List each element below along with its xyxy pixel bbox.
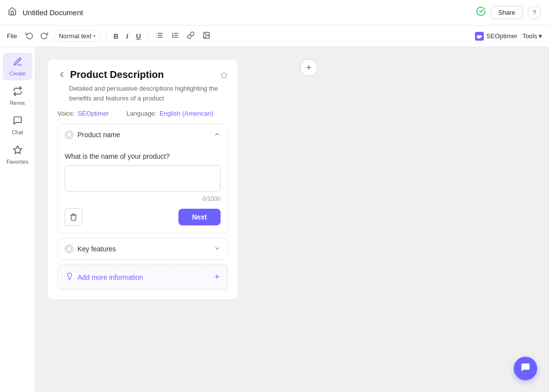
card-title: Product Description: [70, 69, 164, 80]
add-more-section[interactable]: Add more information +: [57, 265, 228, 290]
product-name-section: Product name What is the name of your pr…: [57, 124, 228, 233]
status-check-icon: [476, 6, 486, 19]
product-name-section-body: What is the name of your product? 0/1000…: [58, 145, 227, 233]
create-icon: [13, 57, 23, 69]
create-label: Create: [9, 71, 25, 76]
add-more-plus-icon: +: [214, 272, 220, 282]
lightbulb-icon: [66, 272, 74, 282]
seo-icon: [475, 32, 484, 41]
sidebar-item-favorites[interactable]: Favorites: [3, 141, 32, 169]
key-features-section-header[interactable]: Key features: [58, 239, 227, 259]
style-chevron-icon: ▾: [93, 33, 96, 39]
toolbar-separator-1: [106, 31, 106, 41]
card-description: Detailed and persuasive descriptions hig…: [69, 84, 228, 103]
ordered-list-button[interactable]: [168, 29, 182, 43]
main-layout: Create Remix Chat: [0, 47, 549, 392]
topbar: Untitled Document Share ?: [0, 0, 549, 25]
favorites-label: Favorites: [6, 159, 28, 165]
next-button[interactable]: Next: [178, 209, 221, 225]
language-label: Language:: [126, 110, 156, 117]
add-section-button[interactable]: +: [300, 59, 318, 76]
svg-marker-14: [13, 146, 22, 154]
sidebar-item-chat[interactable]: Chat: [3, 112, 32, 139]
product-name-chevron-icon: [214, 131, 221, 139]
remix-icon: [13, 86, 23, 98]
toolbar-right-tools: SEOptimer Tools ▾: [475, 32, 542, 41]
underline-button[interactable]: U: [133, 30, 144, 42]
toolbar-separator-2: [148, 31, 149, 41]
section-actions: Next: [65, 208, 221, 226]
chat-label: Chat: [12, 129, 23, 135]
key-features-title: Key features: [77, 245, 116, 253]
chat-bubble-icon: [520, 362, 531, 375]
card-header: Product Description: [57, 69, 228, 81]
topbar-right: Share ?: [476, 6, 541, 20]
help-icon: ?: [532, 9, 536, 16]
product-description-card: Product Description Detailed and persuas…: [47, 59, 238, 300]
key-features-section: Key features: [57, 238, 228, 260]
key-features-spinner: [65, 245, 74, 253]
voice-label: Voice:: [57, 110, 75, 117]
sidebar-item-create[interactable]: Create: [3, 53, 32, 80]
canvas: + Product Description D: [35, 47, 549, 392]
home-icon[interactable]: [8, 7, 17, 18]
product-name-section-header[interactable]: Product name: [58, 124, 227, 145]
product-name-title: Product name: [77, 131, 120, 139]
seo-label: SEOptimer: [486, 32, 518, 40]
remix-label: Remix: [10, 100, 25, 106]
favorites-icon: [13, 145, 23, 157]
svg-point-10: [204, 34, 205, 35]
seo-optimizer-button[interactable]: SEOptimer: [475, 32, 518, 41]
product-name-question: What is the name of your product?: [65, 152, 221, 160]
document-title: Untitled Document: [23, 8, 470, 17]
card-title-area: Product Description: [70, 69, 216, 80]
language-value-link[interactable]: English (American): [159, 110, 213, 117]
text-style-label: Normal text: [59, 32, 91, 40]
chat-bubble-button[interactable]: [514, 357, 537, 380]
italic-button[interactable]: I: [124, 30, 131, 42]
product-name-input[interactable]: [65, 165, 221, 192]
toolbar: File Normal text ▾ B I U: [0, 25, 549, 47]
sidebar-item-remix[interactable]: Remix: [3, 82, 32, 110]
add-more-label: Add more information: [77, 273, 143, 281]
svg-marker-15: [221, 72, 227, 78]
link-button[interactable]: [184, 29, 198, 43]
product-name-spinner: [65, 130, 74, 139]
bold-button[interactable]: B: [110, 30, 121, 42]
svg-point-17: [67, 246, 72, 251]
char-count: 0/1000: [65, 196, 221, 202]
favorite-button[interactable]: [220, 71, 228, 81]
bullet-list-button[interactable]: [152, 29, 166, 43]
file-menu[interactable]: File: [7, 32, 17, 40]
share-button[interactable]: Share: [491, 6, 523, 19]
key-features-chevron-icon: [214, 245, 221, 253]
tools-menu-button[interactable]: Tools ▾: [523, 32, 542, 40]
undo-button[interactable]: [23, 29, 36, 43]
tools-chevron-icon: ▾: [539, 32, 542, 40]
voice-value-link[interactable]: SEOptimer: [77, 110, 109, 117]
back-button[interactable]: [57, 70, 66, 81]
help-button[interactable]: ?: [527, 6, 541, 20]
redo-button[interactable]: [38, 29, 50, 43]
plus-icon: +: [306, 63, 312, 73]
text-style-selector[interactable]: Normal text ▾: [54, 30, 100, 42]
chat-icon: [13, 116, 23, 128]
svg-point-16: [67, 132, 72, 137]
image-button[interactable]: [200, 29, 213, 43]
delete-button[interactable]: [65, 208, 82, 226]
voice-language-row: Voice: SEOptimer Language: English (Amer…: [57, 110, 228, 117]
sidebar: Create Remix Chat: [0, 47, 35, 392]
